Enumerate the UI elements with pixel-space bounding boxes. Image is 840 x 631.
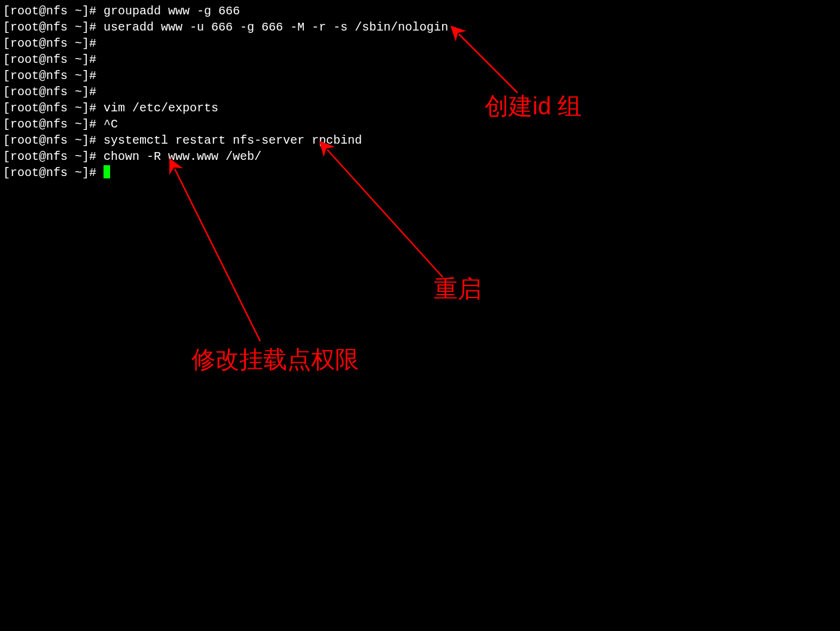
annotation-restart: 重启: [434, 272, 482, 305]
shell-prompt: [root@nfs ~]#: [3, 53, 96, 66]
terminal-output[interactable]: [root@nfs ~]# groupadd www -g 666 [root@…: [0, 0, 840, 184]
terminal-line: [root@nfs ~]# ^C: [3, 116, 837, 132]
terminal-line: [root@nfs ~]# vim /etc/exports: [3, 100, 837, 116]
terminal-line: [root@nfs ~]# useradd www -u 666 -g 666 …: [3, 19, 837, 35]
terminal-line: [root@nfs ~]# systemctl restart nfs-serv…: [3, 132, 837, 148]
shell-command: [96, 166, 104, 180]
shell-command: chown -R www.www /web/: [96, 150, 261, 163]
shell-prompt: [root@nfs ~]#: [3, 20, 96, 34]
shell-command: vim /etc/exports: [96, 101, 218, 115]
svg-line-5: [175, 169, 260, 341]
shell-prompt: [root@nfs ~]#: [3, 134, 96, 147]
terminal-line: [root@nfs ~]#: [3, 84, 837, 100]
arrow-icon: [168, 162, 269, 351]
shell-command: useradd www -u 666 -g 666 -M -r -s /sbin…: [96, 20, 448, 34]
terminal-line: [root@nfs ~]#: [3, 35, 837, 51]
terminal-cursor: [104, 165, 110, 178]
terminal-line: [root@nfs ~]#: [3, 165, 837, 181]
shell-prompt: [root@nfs ~]#: [3, 85, 96, 99]
terminal-line: [root@nfs ~]#: [3, 68, 837, 84]
shell-prompt: [root@nfs ~]#: [3, 101, 96, 115]
annotation-modify-mount-permissions: 修改挂载点权限: [191, 343, 359, 376]
terminal-line: [root@nfs ~]# chown -R www.www /web/: [3, 148, 837, 165]
shell-prompt: [root@nfs ~]#: [3, 117, 96, 131]
shell-prompt: [root@nfs ~]#: [3, 4, 96, 18]
shell-command: systemctl restart nfs-server rpcbind: [96, 134, 362, 147]
terminal-line: [root@nfs ~]# groupadd www -g 666: [3, 3, 837, 19]
shell-prompt: [root@nfs ~]#: [3, 69, 96, 83]
shell-command: ^C: [96, 117, 118, 131]
shell-command: groupadd www -g 666: [96, 4, 240, 18]
terminal-line: [root@nfs ~]#: [3, 51, 837, 68]
shell-prompt: [root@nfs ~]#: [3, 37, 96, 50]
shell-prompt: [root@nfs ~]#: [3, 150, 96, 163]
shell-prompt: [root@nfs ~]#: [3, 166, 96, 180]
